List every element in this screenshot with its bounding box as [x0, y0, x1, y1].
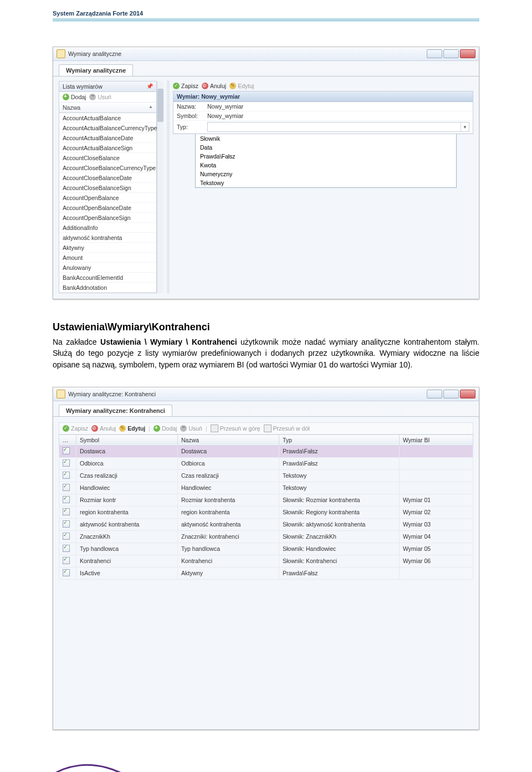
list-item[interactable]: AccountCloseBalanceSign [59, 183, 156, 193]
remove-button[interactable]: Usuń [180, 425, 202, 432]
checkbox[interactable] [63, 508, 70, 515]
window-titlebar: Wymiary analityczne: Kontrahenci [53, 387, 479, 401]
cell-bi [400, 567, 473, 579]
cell-typ: Słownik: Rozmiar kontrahenta [279, 494, 400, 506]
move-down-button[interactable]: Przesuń w dół [264, 425, 310, 432]
dropdown-option[interactable]: Numeryczny [196, 170, 456, 178]
dropdown-option[interactable]: Kwota [196, 161, 456, 170]
list-item[interactable]: BankAccountElementId [59, 273, 156, 283]
chevron-down-icon: ▼ [461, 122, 469, 131]
add-button[interactable]: Dodaj [63, 94, 86, 100]
col-nazwa[interactable]: Nazwa [178, 434, 279, 445]
cell-symbol: Odbiorca [76, 457, 178, 469]
check-icon [63, 425, 69, 432]
list-item[interactable]: AccountOpenBalanceDate [59, 203, 156, 213]
close-button[interactable] [460, 49, 475, 58]
table-row[interactable]: ZnacznikKhZnaczniki: kontrahenciSłownik:… [59, 530, 473, 543]
cancel-icon [202, 83, 208, 89]
list-item[interactable]: AccountActualBalanceSign [59, 143, 156, 153]
list-item[interactable]: BankAddnotation [59, 283, 156, 293]
table-row[interactable]: OdbiorcaOdbiorcaPrawda\Fałsz [59, 457, 473, 469]
label-typ: Typ: [177, 124, 207, 130]
minimize-button[interactable] [427, 390, 442, 398]
checkbox[interactable] [63, 520, 70, 528]
maximize-button[interactable] [443, 390, 459, 398]
edit-button[interactable]: Edytuj [119, 425, 145, 432]
type-dropdown[interactable]: ▼ [207, 122, 469, 132]
col-typ[interactable]: Typ [279, 434, 400, 445]
maximize-button[interactable] [443, 49, 459, 58]
section-heading: Ustawienia\Wymiary\Kontrahenci [53, 321, 479, 333]
save-button[interactable]: Zapisz [173, 83, 198, 89]
dropdown-option[interactable]: Słownik [196, 134, 456, 143]
tab-wymiary[interactable]: Wymiary analityczne [59, 64, 133, 76]
table-row[interactable]: Typ handlowcaTyp handlowcaSłownik: Handl… [59, 543, 473, 555]
list-item[interactable]: AccountActualBalanceDate [59, 133, 156, 143]
save-button[interactable]: Zapisz [63, 425, 88, 432]
checkbox[interactable] [63, 447, 70, 454]
checkbox[interactable] [63, 459, 70, 467]
value-nazwa: Nowy_wymiar [207, 103, 243, 110]
list-item[interactable]: Amount [59, 253, 156, 263]
cancel-button[interactable]: Anuluj [202, 83, 226, 89]
table-row[interactable]: Czas realizacjiCzas realizacjiTekstowy [59, 469, 473, 482]
table-row[interactable]: aktywność kontrahentaaktywność kontrahen… [59, 518, 473, 530]
close-button[interactable] [460, 390, 475, 398]
checkbox[interactable] [63, 569, 70, 576]
table-row[interactable]: HandlowiecHandlowiecTekstowy [59, 482, 473, 494]
minimize-button[interactable] [427, 49, 442, 58]
window-title: Wymiary analityczne [68, 50, 121, 57]
list-item[interactable]: Aktywny [59, 243, 156, 253]
list-item[interactable]: AdditionalInfo [59, 223, 156, 233]
dropdown-option[interactable]: Prawda\Fałsz [196, 152, 456, 161]
pin-icon[interactable]: 📌 [146, 83, 153, 90]
table-row[interactable]: DostawcaDostawcaPrawda\Fałsz [59, 445, 473, 457]
list-item[interactable]: AccountCloseBalanceDate [59, 173, 156, 183]
checkbox[interactable] [63, 545, 70, 552]
col-symbol[interactable]: Symbol [76, 434, 178, 445]
list-item[interactable]: AccountActualBalanceCurrencyType [59, 123, 156, 133]
list-item[interactable]: AccountOpenBalanceSign [59, 213, 156, 223]
scroll-thumb[interactable] [157, 89, 163, 122]
cell-nazwa: Kontrahenci [178, 555, 279, 567]
cell-nazwa: Czas realizacji [178, 469, 279, 482]
col-wymiar-bi[interactable]: Wymiar BI [400, 434, 473, 445]
scrollbar[interactable] [157, 81, 163, 293]
move-up-button[interactable]: Przesuń w górę [211, 425, 260, 432]
list-item[interactable]: AccountActualBalance [59, 113, 156, 123]
checkbox[interactable] [63, 533, 70, 540]
cell-nazwa: Dostawca [178, 445, 279, 457]
cell-nazwa: aktywność kontrahenta [178, 518, 279, 530]
splitter[interactable] [167, 81, 170, 293]
checkbox[interactable] [63, 484, 70, 491]
table-row[interactable]: Rozmiar kontrRozmiar kontrahentaSłownik:… [59, 494, 473, 506]
remove-button[interactable]: Usuń [89, 94, 111, 100]
list-item[interactable]: AccountOpenBalance [59, 193, 156, 203]
tab-kontrahenci[interactable]: Wymiary analityczne: Kontrahenci [59, 405, 172, 416]
edit-button[interactable]: Edytuj [229, 83, 254, 89]
cell-nazwa: Handlowiec [178, 482, 279, 494]
cell-nazwa: Typ handlowca [178, 543, 279, 555]
dropdown-option[interactable]: Tekstowy [196, 178, 456, 187]
col-checkbox[interactable]: … [59, 434, 76, 445]
dropdown-option[interactable]: Data [196, 143, 456, 152]
checkbox[interactable] [63, 557, 70, 564]
cell-typ: Słownik: Kontrahenci [279, 555, 400, 567]
arrow-up-icon [211, 425, 218, 432]
add-button[interactable]: Dodaj [154, 425, 177, 432]
checkbox[interactable] [63, 496, 70, 503]
col-nazwa[interactable]: Nazwa [63, 104, 80, 111]
page-header-text: System Zarządzania Forte 2014 [53, 10, 479, 17]
sort-icon[interactable]: ▲ [149, 104, 153, 111]
cancel-button[interactable]: Anuluj [91, 425, 116, 432]
checkbox[interactable] [63, 472, 70, 479]
table-row[interactable]: KontrahenciKontrahenciSłownik: Kontrahen… [59, 555, 473, 567]
list-item[interactable]: AccountCloseBalance [59, 153, 156, 163]
cell-bi: Wymiar 02 [400, 506, 473, 518]
table-row[interactable]: IsActiveAktywnyPrawda\Fałsz [59, 567, 473, 579]
list-item[interactable]: aktywność kontrahenta [59, 233, 156, 243]
table-row[interactable]: region kontrahentaregion kontrahentaSłow… [59, 506, 473, 518]
list-item[interactable]: AccountCloseBalanceCurrencyType [59, 163, 156, 173]
type-dropdown-list[interactable]: SłownikDataPrawda\FałszKwotaNumerycznyTe… [195, 134, 457, 188]
list-item[interactable]: Anulowany [59, 263, 156, 273]
